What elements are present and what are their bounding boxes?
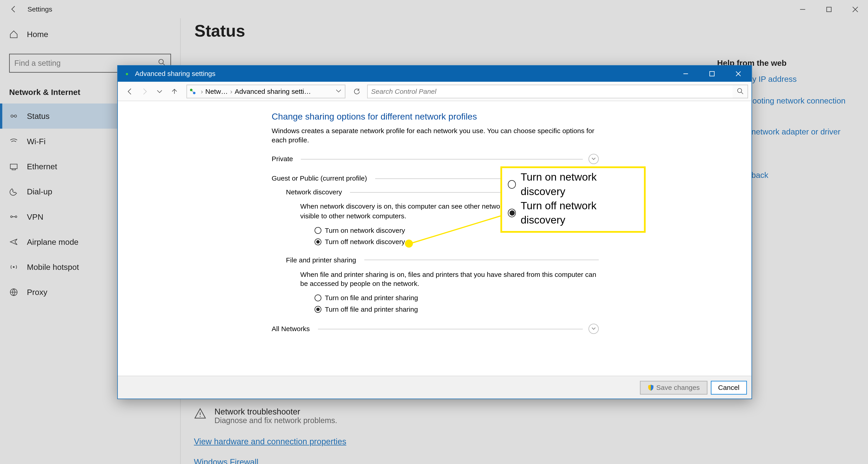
cancel-label: Cancel — [718, 383, 740, 391]
svg-rect-4 — [10, 164, 17, 168]
callout-on-row: Turn on network discovery — [508, 171, 638, 199]
maximize-button[interactable] — [815, 0, 842, 18]
cp-footer: Save changes Cancel — [118, 376, 751, 398]
cp-app-icon: ● — [121, 71, 133, 76]
callout-anchor-dot — [405, 240, 413, 247]
cp-minimize-button[interactable] — [673, 66, 699, 82]
troubleshooter-title: Network troubleshooter — [215, 407, 337, 416]
fp-off-radio[interactable]: Turn off file and printer sharing — [315, 305, 599, 313]
cp-close-button[interactable] — [725, 66, 751, 82]
close-button[interactable] — [842, 0, 868, 18]
vpn-icon — [9, 212, 18, 221]
status-icon — [9, 112, 18, 120]
nav-recent-button[interactable] — [153, 85, 166, 98]
nav-status-label: Status — [27, 112, 50, 120]
uac-shield-icon — [647, 384, 654, 391]
nav-forward-button[interactable] — [138, 85, 151, 98]
fp-off-label: Turn off file and printer sharing — [325, 305, 418, 313]
cp-maximize-button[interactable] — [699, 66, 725, 82]
dialup-icon — [9, 187, 18, 196]
minimize-button[interactable] — [789, 0, 815, 18]
svg-point-11 — [190, 88, 192, 91]
radio-icon — [508, 180, 516, 189]
troubleshooter-sub: Diagnose and fix network problems. — [215, 416, 337, 425]
profile-all-header[interactable]: All Networks — [272, 323, 599, 334]
home-icon — [9, 30, 18, 39]
airplane-icon — [9, 237, 18, 246]
file-printer-label: File and printer sharing — [286, 256, 599, 264]
fp-on-label: Turn on file and printer sharing — [325, 294, 418, 302]
refresh-button[interactable] — [349, 84, 365, 98]
nd-off-radio[interactable]: Turn off network discovery — [315, 238, 599, 246]
hotspot-icon — [9, 262, 18, 272]
svg-rect-0 — [827, 7, 831, 11]
nd-on-label: Turn on network discovery — [325, 226, 405, 234]
breadcrumb-sep-icon: › — [230, 87, 232, 95]
file-printer-desc: When file and printer sharing is on, fil… — [300, 270, 599, 288]
nav-wifi-label: Wi-Fi — [27, 137, 46, 146]
svg-rect-10 — [710, 71, 714, 76]
callout-off-row: Turn off network discovery — [508, 199, 638, 227]
expand-icon[interactable] — [588, 154, 599, 164]
nav-dialup-label: Dial-up — [27, 187, 52, 196]
network-icon — [187, 87, 198, 95]
proxy-icon — [9, 288, 18, 297]
troubleshooter-block[interactable]: Network troubleshooter Diagnose and fix … — [194, 407, 337, 425]
warning-icon — [194, 407, 207, 422]
callout-box: Turn on network discovery Turn off netwo… — [500, 166, 646, 233]
cp-search-input[interactable] — [368, 85, 733, 98]
home-nav-item[interactable]: Home — [0, 22, 180, 47]
address-dropdown-icon[interactable] — [336, 87, 341, 95]
radio-checked-icon — [315, 238, 321, 245]
breadcrumb-leaf[interactable]: Advanced sharing setti… — [235, 87, 311, 95]
cp-title-text: Advanced sharing settings — [135, 70, 215, 78]
divider — [318, 329, 583, 329]
svg-point-3 — [14, 115, 17, 117]
nav-back-button[interactable] — [123, 85, 136, 98]
page-heading: Status — [194, 22, 855, 40]
cp-search-button[interactable] — [733, 85, 747, 98]
wifi-icon — [9, 137, 18, 146]
radio-checked-icon — [315, 306, 321, 313]
link-firewall[interactable]: Windows Firewall — [194, 458, 258, 464]
back-button[interactable] — [0, 0, 27, 18]
callout-on-label: Turn on network discovery — [521, 171, 638, 199]
nav-ethernet-label: Ethernet — [27, 162, 57, 171]
link-hardware[interactable]: View hardware and connection properties — [194, 437, 346, 446]
svg-point-6 — [15, 216, 17, 218]
svg-point-13 — [737, 88, 741, 93]
address-bar[interactable]: › Netw… › Advanced sharing setti… — [186, 84, 345, 98]
svg-point-5 — [11, 216, 12, 218]
save-changes-button[interactable]: Save changes — [640, 381, 707, 394]
settings-title: Settings — [27, 5, 52, 13]
breadcrumb-root[interactable]: Netw… — [205, 87, 228, 95]
settings-titlebar: Settings — [0, 0, 868, 18]
expand-icon[interactable] — [588, 323, 599, 334]
radio-checked-icon — [508, 209, 516, 217]
home-label: Home — [27, 30, 49, 39]
control-panel-window: ● Advanced sharing settings › Netw… — [117, 65, 752, 399]
callout-off-label: Turn off network discovery — [521, 199, 638, 227]
cp-desc: Windows creates a separate network profi… — [272, 126, 599, 145]
cancel-button[interactable]: Cancel — [711, 381, 747, 394]
fp-on-radio[interactable]: Turn on file and printer sharing — [315, 294, 599, 302]
svg-point-7 — [13, 266, 15, 268]
nav-hotspot-label: Mobile hotspot — [27, 262, 79, 272]
nav-airplane-label: Airplane mode — [27, 237, 79, 246]
svg-point-1 — [159, 59, 163, 63]
nd-off-label: Turn off network discovery — [325, 238, 405, 246]
cp-heading: Change sharing options for different net… — [272, 112, 599, 122]
profile-private-header[interactable]: Private — [272, 154, 599, 164]
svg-point-9 — [200, 416, 201, 417]
profile-private-label: Private — [272, 155, 293, 163]
nav-proxy-label: Proxy — [27, 288, 48, 297]
profile-all-label: All Networks — [272, 325, 310, 333]
svg-point-2 — [11, 115, 13, 117]
divider — [301, 159, 583, 160]
cp-toolbar: › Netw… › Advanced sharing setti… — [118, 82, 751, 101]
radio-icon — [315, 295, 321, 301]
nav-up-button[interactable] — [168, 85, 181, 98]
nav-vpn-label: VPN — [27, 212, 43, 221]
cp-search-box[interactable] — [367, 84, 748, 98]
cp-titlebar[interactable]: ● Advanced sharing settings — [118, 66, 751, 82]
